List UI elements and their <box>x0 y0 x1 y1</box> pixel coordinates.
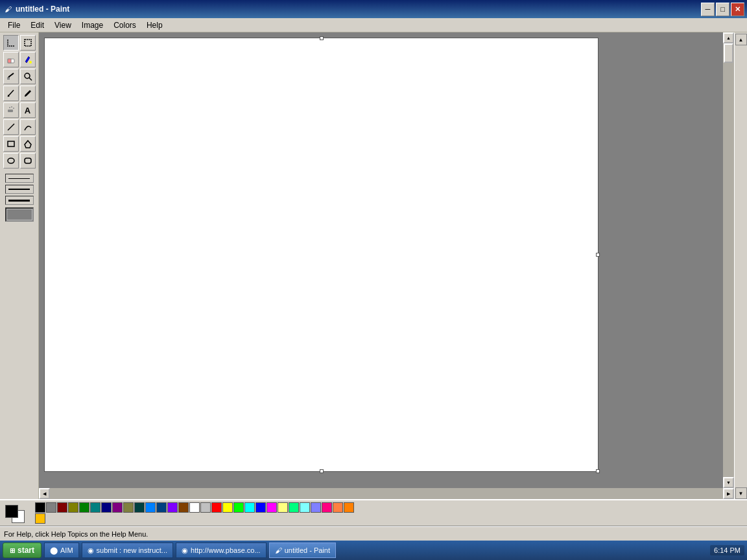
menu-help[interactable]: Help <box>141 19 168 31</box>
scroll-left-button[interactable]: ◀ <box>39 488 50 499</box>
foreground-color-box[interactable] <box>5 505 18 518</box>
window-title: untitled - Paint <box>16 5 69 14</box>
svg-line-5 <box>8 73 14 77</box>
start-button[interactable]: ⊞ start <box>3 542 42 558</box>
rect-select-tool[interactable] <box>20 35 36 51</box>
color-swatch-4[interactable] <box>79 502 89 513</box>
scroll-down-button[interactable]: ▼ <box>723 477 734 488</box>
minimize-button[interactable]: ─ <box>701 3 715 16</box>
color-swatch-12[interactable] <box>167 502 178 513</box>
scroll-track-v[interactable] <box>723 43 734 477</box>
svg-point-13 <box>13 108 14 109</box>
canvas-container[interactable] <box>39 32 723 488</box>
taskbar-right: 6:14 PM <box>710 545 744 555</box>
color-swatch-0[interactable] <box>35 502 45 513</box>
scroll-thumb-v[interactable] <box>724 43 733 63</box>
color-swatch-2[interactable] <box>57 502 67 513</box>
fill-tool[interactable] <box>20 52 36 67</box>
menu-bar: File Edit View Image Colors Help <box>0 18 747 32</box>
color-swatch-13[interactable] <box>178 502 189 513</box>
svg-rect-0 <box>25 40 31 46</box>
right-panel-up[interactable]: ▲ <box>735 34 747 45</box>
color-swatch-25[interactable] <box>311 502 321 513</box>
drawing-canvas[interactable] <box>44 38 599 472</box>
airbrush-tool[interactable] <box>3 102 19 118</box>
rectangle-tool[interactable] <box>3 136 19 152</box>
resize-handle-bottom[interactable] <box>320 469 324 473</box>
pencil-tool[interactable] <box>3 86 19 101</box>
submit-label: submit : new instruct... <box>97 546 167 554</box>
taskbar-browser[interactable]: ◉ http://www.pbase.co... <box>176 542 267 558</box>
scroll-up-button[interactable]: ▲ <box>723 32 734 43</box>
taskbar-paint[interactable]: 🖌 untitled - Paint <box>269 542 336 558</box>
color-swatch-20[interactable] <box>255 502 266 513</box>
color-swatch-18[interactable] <box>233 502 244 513</box>
color-swatch-28[interactable] <box>344 502 354 513</box>
status-bar: For Help, click Help Topics on the Help … <box>0 526 747 541</box>
color-swatch-27[interactable] <box>333 502 343 513</box>
color-swatch-9[interactable] <box>134 502 145 513</box>
eraser-tool[interactable] <box>3 52 19 67</box>
color-swatch-16[interactable] <box>211 502 222 513</box>
color-swatch-29[interactable] <box>35 513 45 524</box>
color-swatch-6[interactable] <box>101 502 112 513</box>
text-tool[interactable]: A <box>20 102 36 118</box>
maximize-button[interactable]: □ <box>716 3 729 16</box>
taskbar-submit[interactable]: ◉ submit : new instruct... <box>82 542 173 558</box>
svg-line-14 <box>8 124 14 130</box>
color-swatch-21[interactable] <box>267 502 277 513</box>
eyedropper-tool[interactable] <box>3 69 19 84</box>
brush-size-thin[interactable] <box>5 174 34 183</box>
toolbar: A <box>0 32 39 499</box>
taskbar: ⊞ start ⬤ AIM ◉ submit : new instruct...… <box>0 541 747 560</box>
ellipse-tool[interactable] <box>3 153 19 169</box>
svg-point-12 <box>11 106 12 108</box>
submit-icon: ◉ <box>88 546 94 555</box>
brush-size-thick[interactable] <box>5 196 34 205</box>
rounded-rect-tool[interactable] <box>20 153 36 169</box>
close-button[interactable]: ✕ <box>731 3 744 16</box>
line-tool[interactable] <box>3 119 19 135</box>
svg-rect-10 <box>8 110 13 112</box>
color-swatch-24[interactable] <box>300 502 310 513</box>
brush-size-medium[interactable] <box>5 185 34 194</box>
svg-rect-4 <box>7 77 10 80</box>
curve-tool[interactable] <box>20 119 36 135</box>
color-swatch-3[interactable] <box>68 502 78 513</box>
color-swatch-14[interactable] <box>189 502 200 513</box>
polygon-tool[interactable] <box>20 136 36 152</box>
windows-logo: ⊞ <box>10 547 15 554</box>
color-swatch-23[interactable] <box>289 502 299 513</box>
color-swatch-15[interactable] <box>200 502 211 513</box>
color-swatch-1[interactable] <box>46 502 56 513</box>
menu-image[interactable]: Image <box>77 19 108 31</box>
resize-handle-top[interactable] <box>320 36 324 40</box>
paint-taskbar-label: untitled - Paint <box>285 546 330 554</box>
menu-edit[interactable]: Edit <box>25 19 49 31</box>
magnify-tool[interactable] <box>20 69 36 84</box>
scroll-track-h[interactable] <box>50 488 723 499</box>
menu-colors[interactable]: Colors <box>108 19 141 31</box>
color-swatch-10[interactable] <box>145 502 156 513</box>
svg-marker-16 <box>25 141 31 148</box>
menu-file[interactable]: File <box>3 19 25 31</box>
color-swatch-26[interactable] <box>322 502 332 513</box>
color-swatch-5[interactable] <box>90 502 101 513</box>
taskbar-aim[interactable]: ⬤ AIM <box>44 542 79 558</box>
color-swatch-11[interactable] <box>156 502 167 513</box>
resize-handle-right[interactable] <box>596 253 600 257</box>
main-canvas-area: ▲ ▼ ◀ ▶ <box>39 32 734 499</box>
free-select-tool[interactable] <box>3 35 19 51</box>
color-swatch-8[interactable] <box>123 502 134 513</box>
color-swatch-22[interactable] <box>278 502 288 513</box>
color-swatch-7[interactable] <box>112 502 123 513</box>
color-swatch-19[interactable] <box>244 502 255 513</box>
tool-row-2 <box>3 52 36 67</box>
window-controls: ─ □ ✕ <box>701 3 744 16</box>
scroll-right-button[interactable]: ▶ <box>723 488 734 499</box>
resize-handle-bottom-right[interactable] <box>596 469 600 473</box>
right-panel-down[interactable]: ▼ <box>735 487 747 499</box>
menu-view[interactable]: View <box>49 19 77 31</box>
color-swatch-17[interactable] <box>222 502 233 513</box>
brush-tool[interactable] <box>20 86 36 101</box>
